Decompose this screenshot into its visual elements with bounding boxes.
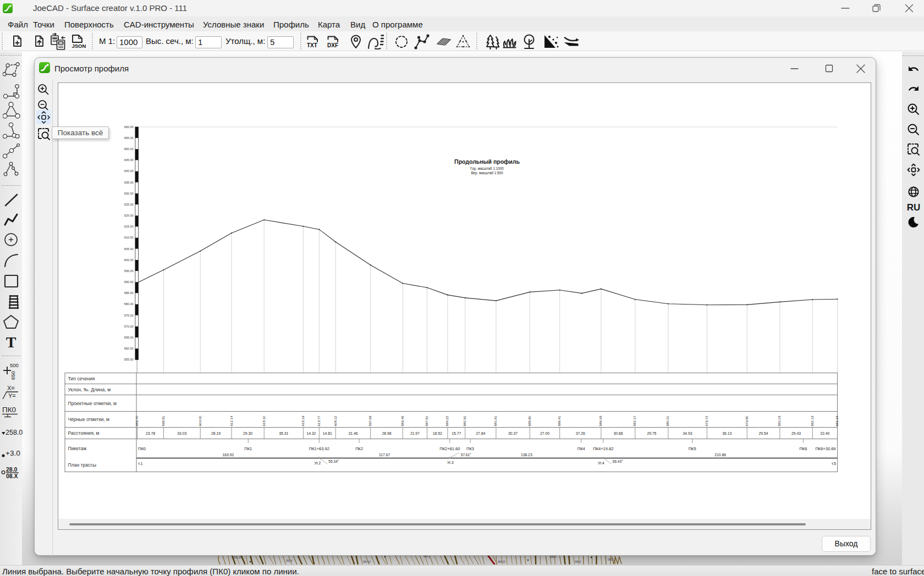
svg-text:35.31: 35.31 xyxy=(279,431,288,435)
svg-text:586.41: 586.41 xyxy=(557,416,561,426)
svg-text:565.00: 565.00 xyxy=(124,336,133,339)
svg-text:29.30: 29.30 xyxy=(243,431,252,435)
svg-text:210.86: 210.86 xyxy=(714,453,726,457)
svg-text:581.03: 581.03 xyxy=(777,416,781,426)
svg-text:500: 500 xyxy=(10,362,19,368)
svg-text:29.75: 29.75 xyxy=(647,431,656,435)
svg-text:615.19: 615.19 xyxy=(300,416,304,426)
svg-text:29.54: 29.54 xyxy=(758,431,768,435)
svg-text:ПК1+63.92: ПК1+63.92 xyxy=(309,446,329,451)
svg-text:14.32: 14.32 xyxy=(306,431,316,435)
svg-text:ПК2: ПК2 xyxy=(355,446,363,451)
svg-text:23.78: 23.78 xyxy=(145,431,155,435)
svg-text:612.14: 612.14 xyxy=(229,416,233,426)
svg-text:587.51: 587.51 xyxy=(425,416,428,426)
svg-text:34.93: 34.93 xyxy=(683,431,692,435)
svg-text:33.03: 33.03 xyxy=(177,431,186,435)
svg-text:650.00: 650.00 xyxy=(124,147,133,151)
svg-text:JSON: JSON xyxy=(72,43,86,49)
svg-text:28.0: 28.0 xyxy=(6,466,18,473)
svg-text:Чёрные отметки, м: Чёрные отметки, м xyxy=(68,417,109,422)
svg-text:258.0: 258.0 xyxy=(6,429,23,436)
svg-text:615.00: 615.00 xyxy=(124,225,133,228)
svg-text:581.61: 581.61 xyxy=(493,416,497,426)
svg-text:585.9: 585.9 xyxy=(550,556,557,558)
svg-text:37.26: 37.26 xyxy=(575,431,585,435)
svg-text:560.00: 560.00 xyxy=(124,347,133,350)
svg-text:55.34°: 55.34° xyxy=(328,459,339,463)
svg-text:Вер. масштаб 1:500: Вер. масштаб 1:500 xyxy=(471,171,503,175)
svg-text:586.93: 586.93 xyxy=(598,416,602,426)
svg-text:138.23: 138.23 xyxy=(520,453,532,457)
svg-text:585.00: 585.00 xyxy=(124,291,133,295)
svg-text:582.17: 582.17 xyxy=(632,416,636,426)
svg-text:582.34: 582.34 xyxy=(835,416,839,426)
svg-text:618.10: 618.10 xyxy=(261,416,265,426)
svg-text:581.05: 581.05 xyxy=(234,556,241,559)
svg-text:Расстояния, м: Расстояния, м xyxy=(68,430,99,436)
svg-text:570.00: 570.00 xyxy=(124,325,133,328)
svg-text:14.81: 14.81 xyxy=(322,431,332,435)
svg-text:583.12: 583.12 xyxy=(363,561,371,563)
svg-text:555.00: 555.00 xyxy=(124,358,133,361)
svg-text:ПК6: ПК6 xyxy=(799,446,807,451)
svg-text:575.00: 575.00 xyxy=(124,314,133,317)
svg-text:579.80: 579.80 xyxy=(744,416,748,426)
svg-text:640.00: 640.00 xyxy=(124,169,133,173)
svg-text:28.98: 28.98 xyxy=(382,431,391,435)
svg-text:31.46: 31.46 xyxy=(348,431,358,435)
svg-text:Гор. масштаб 1:1000: Гор. масштаб 1:1000 xyxy=(470,167,504,171)
svg-text:580.21: 580.21 xyxy=(666,416,669,426)
svg-text:+3.0: +3.0 xyxy=(6,449,20,457)
svg-text:ПК4: ПК4 xyxy=(577,446,585,451)
svg-text:595.51: 595.51 xyxy=(161,416,165,426)
svg-text:Проектные отметки, м: Проектные отметки, м xyxy=(68,401,117,406)
svg-text:163.92: 163.92 xyxy=(222,453,234,457)
svg-text:586.1: 586.1 xyxy=(608,558,614,561)
svg-text:625.00: 625.00 xyxy=(124,203,133,206)
svg-text:т.5: т.5 xyxy=(831,462,835,466)
svg-text:18.52: 18.52 xyxy=(432,431,442,435)
svg-text:635.00: 635.00 xyxy=(124,181,133,184)
svg-text:30.37: 30.37 xyxy=(508,431,518,435)
svg-text:585.02: 585.02 xyxy=(498,561,505,563)
svg-text:ПК0: ПК0 xyxy=(138,446,146,451)
svg-text:План трассы: План трассы xyxy=(68,462,96,468)
svg-text:660.00: 660.00 xyxy=(124,125,133,129)
svg-text:Y=: Y= xyxy=(8,392,16,399)
svg-text:08.X: 08.X xyxy=(6,473,18,479)
svg-text:Продольный профиль: Продольный профиль xyxy=(454,158,520,165)
svg-text:585.50: 585.50 xyxy=(527,416,531,426)
svg-text:605.00: 605.00 xyxy=(124,247,133,251)
svg-text:27.00: 27.00 xyxy=(540,431,549,435)
svg-text:Уг.4: Уг.4 xyxy=(597,461,604,465)
svg-text:ПК6+30.69: ПК6+30.69 xyxy=(815,446,835,451)
svg-text:645.00: 645.00 xyxy=(124,158,133,162)
svg-text:21.97: 21.97 xyxy=(410,431,419,435)
svg-text:29.43: 29.43 xyxy=(791,431,801,435)
svg-text:584.22: 584.22 xyxy=(445,416,449,426)
svg-text:Тип сечения: Тип сечения xyxy=(68,376,95,381)
svg-text:620.00: 620.00 xyxy=(124,214,133,217)
svg-text:ПК2+81.60: ПК2+81.60 xyxy=(439,446,460,451)
svg-text:Пикетаж: Пикетаж xyxy=(68,446,86,451)
svg-text:604.00: 604.00 xyxy=(197,416,201,426)
svg-text:610.00: 610.00 xyxy=(124,236,133,239)
svg-text:580.00: 580.00 xyxy=(124,302,133,306)
svg-text:589.45: 589.45 xyxy=(400,416,404,426)
svg-text:30.68: 30.68 xyxy=(613,431,623,435)
svg-text:ПК1: ПК1 xyxy=(244,446,252,451)
svg-text:ПК5: ПК5 xyxy=(688,446,696,451)
svg-text:600.00: 600.00 xyxy=(124,258,133,262)
svg-text:582.91: 582.91 xyxy=(463,416,466,426)
svg-text:597.69: 597.69 xyxy=(368,416,372,426)
svg-text:DXF: DXF xyxy=(327,42,338,48)
svg-text:630.00: 630.00 xyxy=(124,192,133,195)
svg-text:ПК3: ПК3 xyxy=(466,446,474,451)
svg-text:15.77: 15.77 xyxy=(452,431,461,435)
svg-text:595.00: 595.00 xyxy=(124,269,133,273)
svg-text:655.00: 655.00 xyxy=(124,136,133,140)
svg-text:т.1: т.1 xyxy=(138,462,142,466)
svg-text:608.12: 608.12 xyxy=(333,416,337,426)
svg-text:Уг.2: Уг.2 xyxy=(314,461,321,465)
